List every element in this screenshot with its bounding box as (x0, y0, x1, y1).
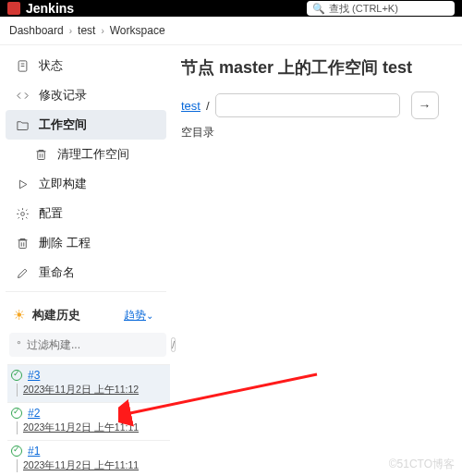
sidebar-item-changes[interactable]: 修改记录 (6, 80, 166, 110)
search-icon: 🔍 (312, 3, 325, 15)
svg-point-7 (20, 212, 24, 215)
build-item[interactable]: #3 2023年11月2日 上午11:12 (7, 364, 170, 402)
build-item[interactable]: #2 2023年11月2日 上午11:11 (7, 402, 170, 440)
breadcrumb-item[interactable]: test (78, 24, 95, 37)
main-content: 节点 master 上的工作空间 test test / → 空目录 (166, 45, 462, 474)
search-icon: ᐤ (17, 338, 21, 351)
global-search[interactable]: 🔍 查找 (CTRL+K) (307, 1, 455, 16)
workspace-path-row: test / → (181, 92, 447, 119)
brand-label: Jenkins (26, 1, 74, 16)
sidebar-item-label: 工作空间 (39, 116, 87, 133)
trash-icon (15, 237, 30, 250)
sidebar-item-workspace[interactable]: 工作空间 (6, 110, 166, 140)
build-filter[interactable]: ᐤ / (9, 333, 166, 357)
chevron-right-icon: › (69, 26, 72, 36)
layout: 状态 修改记录 工作空间 清理工作空间 立即构建 配置 删除 工程 重命名 (0, 45, 462, 474)
build-timestamp[interactable]: 2023年11月2日 上午11:11 (17, 459, 166, 472)
sidebar-item-label: 修改记录 (39, 87, 87, 104)
go-button[interactable]: → (411, 92, 439, 119)
sidebar-item-label: 重命名 (39, 264, 75, 281)
page-title: 节点 master 上的工作空间 test (181, 56, 447, 79)
build-timestamp[interactable]: 2023年11月2日 上午11:11 (17, 421, 166, 434)
sidebar-item-wipe-workspace[interactable]: 清理工作空间 (6, 140, 166, 169)
build-history-section: ☀ 构建历史 趋势 ᐤ / #3 2023年11月2日 上午11:12 #2 2… (6, 303, 166, 476)
divider (6, 291, 166, 292)
sidebar-item-label: 清理工作空间 (57, 146, 129, 163)
empty-directory-label: 空目录 (181, 125, 447, 140)
build-id-link[interactable]: #2 (28, 407, 40, 420)
play-icon (15, 177, 30, 191)
sidebar-item-status[interactable]: 状态 (6, 51, 166, 80)
svg-rect-8 (18, 239, 26, 248)
chevron-right-icon: › (101, 26, 103, 36)
svg-marker-6 (19, 180, 27, 189)
brand[interactable]: Jenkins (7, 1, 74, 16)
sidebar-item-build-now[interactable]: 立即构建 (6, 169, 166, 199)
sidebar-item-label: 配置 (39, 205, 63, 222)
success-icon (11, 445, 22, 457)
build-history-label: 构建历史 (32, 307, 80, 323)
build-filter-input[interactable] (27, 338, 165, 351)
sun-icon: ☀ (13, 307, 25, 323)
search-placeholder: 查找 (CTRL+K) (329, 2, 398, 16)
workspace-path-input[interactable] (215, 93, 400, 117)
build-item[interactable]: #1 2023年11月2日 上午11:11 (7, 440, 170, 476)
top-bar: Jenkins 🔍 查找 (CTRL+K) (0, 0, 462, 17)
build-history-header: ☀ 构建历史 趋势 (7, 303, 159, 327)
code-icon (15, 89, 30, 103)
breadcrumb-item[interactable]: Workspace (110, 24, 165, 37)
build-id-link[interactable]: #3 (28, 369, 40, 382)
breadcrumb-item[interactable]: Dashboard (9, 24, 64, 37)
gear-icon (15, 207, 30, 221)
svg-rect-3 (37, 151, 44, 159)
document-icon (15, 59, 30, 73)
path-separator: / (206, 99, 210, 113)
trend-link[interactable]: 趋势 (124, 308, 153, 323)
arrow-right-icon: → (419, 98, 432, 113)
jenkins-logo-icon (7, 2, 20, 15)
breadcrumb: Dashboard › test › Workspace (0, 17, 462, 45)
pencil-icon (15, 266, 30, 280)
build-id-link[interactable]: #1 (28, 445, 40, 458)
success-icon (11, 370, 22, 381)
trash-icon (33, 148, 48, 162)
build-list: #3 2023年11月2日 上午11:12 #2 2023年11月2日 上午11… (7, 364, 170, 476)
sidebar: 状态 修改记录 工作空间 清理工作空间 立即构建 配置 删除 工程 重命名 (0, 45, 166, 474)
sidebar-item-configure[interactable]: 配置 (6, 199, 166, 228)
sidebar-item-rename[interactable]: 重命名 (6, 258, 166, 287)
sidebar-item-delete-project[interactable]: 删除 工程 (6, 228, 166, 258)
sidebar-item-label: 删除 工程 (39, 235, 91, 251)
build-timestamp[interactable]: 2023年11月2日 上午11:12 (17, 384, 166, 397)
sidebar-item-label: 立即构建 (39, 176, 87, 192)
folder-icon (15, 118, 30, 132)
success-icon (11, 408, 22, 419)
project-link[interactable]: test (181, 99, 201, 113)
sidebar-item-label: 状态 (39, 57, 63, 74)
